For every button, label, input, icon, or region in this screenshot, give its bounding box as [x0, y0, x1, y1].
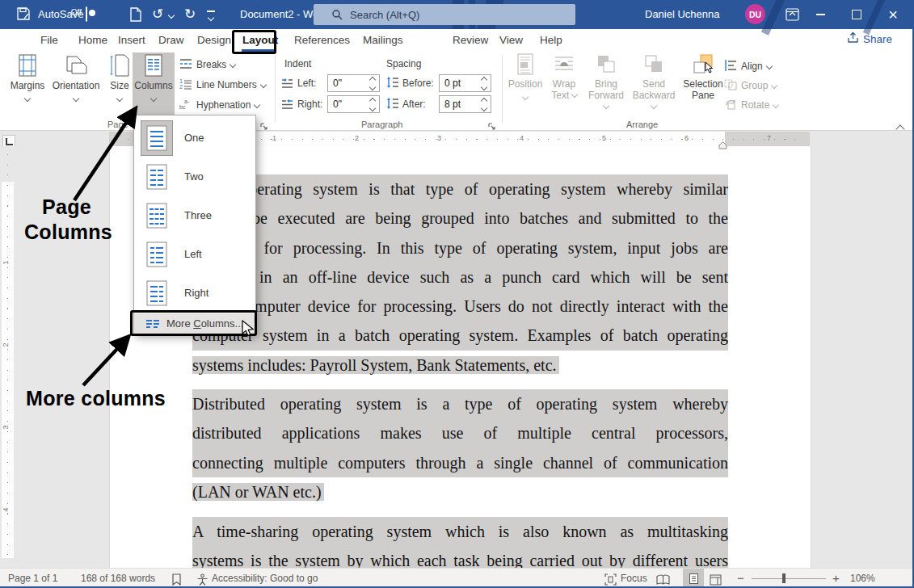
- undo-dropdown-icon[interactable]: [168, 12, 175, 19]
- close-button[interactable]: ×: [881, 0, 905, 29]
- focus-button[interactable]: Focus: [621, 569, 647, 588]
- qat-more-chevron-icon[interactable]: [208, 15, 214, 21]
- spacing-after-stepper[interactable]: [479, 97, 489, 112]
- send-backward-label-2: Backward: [633, 90, 676, 101]
- tab-help[interactable]: Help: [537, 29, 566, 52]
- bring-forward-label-2: Forward: [588, 90, 624, 101]
- menu-item-one[interactable]: One: [134, 119, 255, 158]
- doc-line[interactable]: systems includes: Payroll System, Bank S…: [192, 351, 728, 380]
- indent-left-stepper[interactable]: [368, 76, 377, 91]
- spacing-before-input[interactable]: 0 pt: [439, 74, 491, 92]
- svg-text:1: 1: [179, 78, 183, 84]
- autosave-toggle[interactable]: Off: [86, 6, 87, 22]
- hyphenation-icon: a-bc: [179, 99, 192, 112]
- vruler-ticks: [7, 154, 8, 562]
- indent-right-stepper[interactable]: [368, 97, 377, 112]
- word-count[interactable]: 168 of 168 words: [81, 569, 155, 588]
- paragraph-batch-os[interactable]: Batch operating system is that type of o…: [192, 174, 728, 380]
- avatar[interactable]: DU: [745, 4, 765, 24]
- menu-item-three[interactable]: Three: [134, 196, 255, 235]
- tab-mailings[interactable]: Mailings: [360, 29, 406, 52]
- doc-line[interactable]: prepared in an off-line device such as a…: [192, 262, 728, 292]
- print-layout-icon[interactable]: [683, 569, 704, 588]
- tab-file[interactable]: File: [37, 29, 61, 52]
- stepper-up-icon: [369, 77, 376, 83]
- indent-label: Indent: [284, 58, 311, 69]
- zoom-slider-track[interactable]: [752, 578, 826, 579]
- selection-pane-icon: [680, 53, 726, 78]
- doc-line[interactable]: distributed applications makes use of mu…: [192, 418, 728, 447]
- orientation-button[interactable]: Orientation: [50, 53, 102, 105]
- doc-line[interactable]: to the computer device for processing. U…: [192, 292, 728, 321]
- bring-forward-button[interactable]: Bring Forward: [585, 53, 627, 112]
- doc-line[interactable]: jobs to be executed are being grouped in…: [192, 204, 728, 233]
- zoom-level[interactable]: 106%: [850, 569, 875, 588]
- rotate-button[interactable]: Rotate: [724, 97, 778, 113]
- menu-item-left[interactable]: Left: [134, 235, 255, 274]
- doc-line[interactable]: computer system in a batch operating sys…: [192, 321, 728, 350]
- accessibility-status[interactable]: Accessibility: Good to go: [212, 569, 318, 588]
- menu-item-two[interactable]: Two: [134, 158, 255, 196]
- selection-pane-button[interactable]: Selection Pane: [680, 53, 726, 101]
- search-icon: [331, 9, 343, 20]
- doc-line[interactable]: systems is the system by which each task…: [192, 546, 728, 568]
- position-button[interactable]: Position: [508, 53, 543, 103]
- page-indicator[interactable]: Page 1 of 1: [8, 569, 57, 588]
- spacing-before-stepper[interactable]: [479, 76, 489, 91]
- line-numbers-button[interactable]: 12 Line Numbers: [179, 77, 266, 93]
- indent-left-input[interactable]: 0": [327, 74, 380, 92]
- size-chevron-icon: [116, 95, 123, 102]
- share-button[interactable]: Share: [847, 32, 892, 46]
- paragraph-time-sharing-os[interactable]: A time-sharing operating system which is…: [192, 517, 728, 568]
- columns-button[interactable]: Columns: [133, 53, 175, 105]
- tab-view[interactable]: View: [496, 29, 526, 52]
- spacing-after-input[interactable]: 8 pt: [439, 95, 491, 113]
- size-button[interactable]: Size: [103, 53, 136, 105]
- tab-review[interactable]: Review: [449, 29, 491, 52]
- tab-draw[interactable]: Draw: [155, 29, 187, 52]
- wrap-text-label-2: Text: [551, 90, 569, 101]
- collapse-ribbon-icon[interactable]: [897, 120, 903, 134]
- doc-line[interactable]: connecting multiple computers through a …: [192, 448, 728, 477]
- ribbon-display-options-icon[interactable]: [786, 8, 799, 24]
- doc-line[interactable]: Distributed operating system is a type o…: [192, 389, 728, 418]
- send-backward-button[interactable]: Send Backward: [630, 53, 677, 112]
- new-document-icon[interactable]: [129, 7, 142, 25]
- page-setup-dialog-launcher-icon[interactable]: [260, 120, 268, 134]
- zoom-slider-thumb[interactable]: [782, 573, 786, 583]
- group-button[interactable]: Group: [724, 78, 777, 94]
- doc-line[interactable]: computer for processing. In this type of…: [192, 233, 728, 262]
- zoom-in-button[interactable]: +: [832, 569, 840, 588]
- indent-right-input[interactable]: 0": [327, 95, 380, 113]
- selection-pane-label-1: Selection: [680, 78, 726, 90]
- save-icon[interactable]: [16, 6, 31, 24]
- right-indent-marker[interactable]: [718, 138, 727, 153]
- paragraph-dialog-launcher-icon[interactable]: [488, 120, 496, 134]
- tab-references[interactable]: References: [291, 29, 353, 52]
- stepper-up-icon: [369, 98, 376, 104]
- hyphenation-button[interactable]: a-bc Hyphenation: [179, 97, 259, 113]
- margins-chevron-icon: [24, 95, 31, 102]
- doc-line[interactable]: Batch operating system is that type of o…: [192, 174, 728, 204]
- redo-button[interactable]: ↻: [181, 0, 199, 29]
- wrap-text-button[interactable]: Wrap Text: [546, 53, 582, 101]
- qat-more-icon[interactable]: [207, 10, 215, 12]
- paragraph-distributed-os[interactable]: Distributed operating system is a type o…: [192, 389, 728, 506]
- indent-right-label: Right:: [297, 95, 322, 113]
- tab-design[interactable]: Design: [194, 29, 234, 52]
- maximize-button[interactable]: [845, 0, 869, 29]
- margins-button[interactable]: Margins: [8, 53, 47, 105]
- doc-line[interactable]: A time-sharing operating system which is…: [192, 517, 728, 546]
- menu-item-right[interactable]: Right: [134, 274, 255, 313]
- search-input[interactable]: Search (Alt+Q): [314, 4, 575, 25]
- undo-button[interactable]: ↺: [149, 0, 166, 29]
- align-button[interactable]: Align: [724, 58, 772, 74]
- doc-line[interactable]: (LAN or WAN etc.): [192, 477, 728, 506]
- annotation-page-columns: Page Columns: [24, 195, 109, 245]
- tab-home[interactable]: Home: [75, 29, 111, 52]
- menu-item-label: Three: [184, 196, 212, 235]
- minimize-button[interactable]: [808, 0, 832, 29]
- zoom-out-button[interactable]: −: [737, 569, 744, 588]
- breaks-button[interactable]: Breaks: [179, 57, 235, 73]
- tab-insert[interactable]: Insert: [115, 29, 149, 52]
